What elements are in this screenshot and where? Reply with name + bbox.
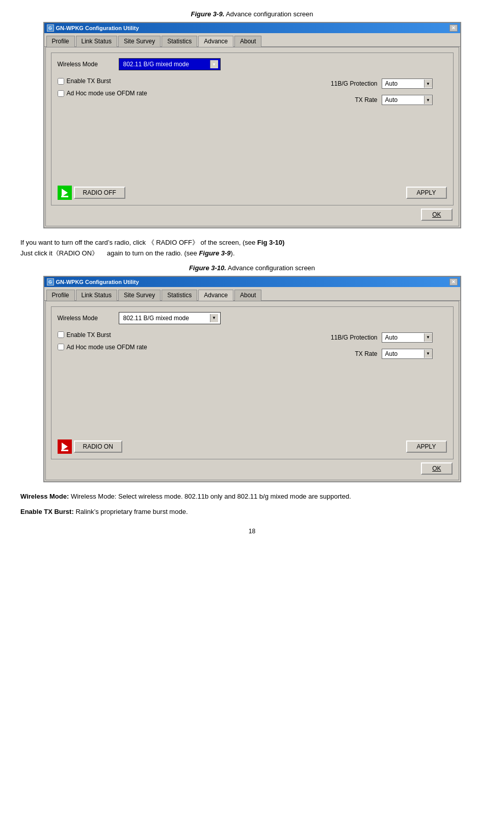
adhoc-checkbox-row-1: Ad Hoc mode use OFDM rate xyxy=(58,90,147,97)
svg-marker-2 xyxy=(62,443,68,451)
txrate-label-2: TX Rate xyxy=(322,350,378,357)
protection-value-1: Auto xyxy=(382,79,424,88)
ok-bar-2: OK xyxy=(51,462,454,475)
wireless-mode-arrow-1[interactable]: ▼ xyxy=(210,60,218,68)
tab-sitesurvey-2[interactable]: Site Survey xyxy=(118,290,161,301)
txrate-select-1[interactable]: Auto ▼ xyxy=(382,95,433,105)
wireless-mode-label-2: Wireless Mode xyxy=(58,315,119,322)
tab-linkstatus-1[interactable]: Link Status xyxy=(76,36,117,47)
enable-tx-label-1: Enable TX Burst xyxy=(67,77,111,85)
txrate-arrow-1[interactable]: ▼ xyxy=(424,96,432,104)
txrate-select-2[interactable]: Auto ▼ xyxy=(382,349,433,359)
tab-statistics-1[interactable]: Statistics xyxy=(162,36,197,47)
protection-label-1: 11B/G Protection xyxy=(322,80,378,87)
app-icon-1: G xyxy=(47,24,54,32)
svg-rect-1 xyxy=(61,196,68,197)
desc-paragraph-1: If you want to turn off the card’s radio… xyxy=(20,238,484,259)
wireless-mode-section-text: Wireless Mode: Select wireless mode. 802… xyxy=(71,493,351,500)
tab-about-2[interactable]: About xyxy=(234,290,261,301)
enable-tx-section-text: Ralink’s proprietary frame burst mode. xyxy=(75,508,188,515)
enable-tx-checkbox-row-1: Enable TX Burst xyxy=(58,77,111,85)
wireless-mode-row-1: Wireless Mode 802.11 B/G mixed mode ▼ xyxy=(58,58,447,70)
wireless-mode-row-2: Wireless Mode 802.11 B/G mixed mode ▼ xyxy=(58,312,447,324)
txrate-row-2: TX Rate Auto ▼ xyxy=(322,349,433,359)
svg-rect-3 xyxy=(61,450,68,451)
enable-tx-label-2: Enable TX Burst xyxy=(67,331,111,339)
enable-tx-checkbox-2[interactable] xyxy=(58,331,64,338)
protection-arrow-2[interactable]: ▼ xyxy=(424,333,432,342)
wireless-mode-select-2[interactable]: 802.11 B/G mixed mode ▼ xyxy=(119,312,221,324)
adhoc-label-2: Ad Hoc mode use OFDM rate xyxy=(67,344,147,351)
radio-icon-red-2 xyxy=(58,439,72,454)
adhoc-label-1: Ad Hoc mode use OFDM rate xyxy=(67,90,147,97)
wireless-mode-section-label: Wireless Mode: xyxy=(20,493,69,500)
desc-para2-suffix: ). xyxy=(231,249,235,257)
ok-button-1[interactable]: OK xyxy=(421,209,452,221)
tab-profile-1[interactable]: Profile xyxy=(46,36,75,47)
protection-label-2: 11B/G Protection xyxy=(322,334,378,341)
ok-bar-1: OK xyxy=(51,209,454,221)
enable-tx-checkbox-1[interactable] xyxy=(58,78,64,85)
tab-advance-2[interactable]: Advance xyxy=(198,290,233,301)
desc-wireless-mode: Wireless Mode: Wireless Mode: Select wir… xyxy=(20,491,484,502)
protection-select-1[interactable]: Auto ▼ xyxy=(382,79,433,89)
content-panel-1: Wireless Mode 802.11 B/G mixed mode ▼ En… xyxy=(51,53,454,205)
txrate-value-1: Auto xyxy=(382,95,424,105)
page-number: 18 xyxy=(20,528,484,535)
adhoc-checkbox-1[interactable] xyxy=(58,90,64,97)
adhoc-checkbox-2[interactable] xyxy=(58,344,64,350)
radio-icon-green-1 xyxy=(58,186,72,200)
tab-bar-2: Profile Link Status Site Survey Statisti… xyxy=(44,287,460,301)
tab-profile-2[interactable]: Profile xyxy=(46,290,75,301)
right-section-1: 11B/G Protection Auto ▼ TX Rate Auto ▼ xyxy=(322,79,433,105)
figure2-title: Figure 3-10. Advance configuration scree… xyxy=(20,264,484,272)
protection-row-1: 11B/G Protection Auto ▼ xyxy=(322,79,433,89)
radio-off-button-1[interactable]: RADIO OFF xyxy=(74,187,125,199)
tab-bar-1: Profile Link Status Site Survey Statisti… xyxy=(44,33,460,47)
close-button-2[interactable]: ✕ xyxy=(449,278,458,286)
apply-button-1[interactable]: APPLY xyxy=(406,187,447,199)
right-section-2: 11B/G Protection Auto ▼ TX Rate Auto ▼ xyxy=(322,332,433,359)
app-icon-2: G xyxy=(47,278,54,286)
close-button-1[interactable]: ✕ xyxy=(449,24,458,32)
radio-on-button-2[interactable]: RADIO ON xyxy=(74,441,122,453)
window2: G GN-WPKG Configuration Utility ✕ Profil… xyxy=(43,276,461,482)
protection-row-2: 11B/G Protection Auto ▼ xyxy=(322,332,433,343)
apply-button-2[interactable]: APPLY xyxy=(406,441,447,453)
desc-para1-prefix: If you want to turn off the card’s radio… xyxy=(20,239,257,246)
protection-arrow-1[interactable]: ▼ xyxy=(424,80,432,88)
txrate-label-1: TX Rate xyxy=(322,96,378,103)
adhoc-checkbox-row-2: Ad Hoc mode use OFDM rate xyxy=(58,344,147,351)
window1-body: Wireless Mode 802.11 B/G mixed mode ▼ En… xyxy=(45,47,459,226)
content-panel-2: Wireless Mode 802.11 B/G mixed mode ▼ En… xyxy=(51,306,454,459)
enable-tx-section-label: Enable TX Burst: xyxy=(20,508,74,515)
txrate-arrow-2[interactable]: ▼ xyxy=(424,350,432,358)
bottom-bar-1: RADIO OFF APPLY xyxy=(57,186,448,200)
title-bar-1: G GN-WPKG Configuration Utility ✕ xyxy=(44,23,460,33)
svg-marker-0 xyxy=(62,189,68,197)
tab-advance-1[interactable]: Advance xyxy=(198,36,233,47)
tab-sitesurvey-1[interactable]: Site Survey xyxy=(118,36,161,47)
title-bar-2: G GN-WPKG Configuration Utility ✕ xyxy=(44,277,460,287)
enable-tx-checkbox-row-2: Enable TX Burst xyxy=(58,331,111,339)
desc-para2-ref: Figure 3-9 xyxy=(199,249,230,257)
protection-select-2[interactable]: Auto ▼ xyxy=(382,332,433,343)
radio-group-1: RADIO OFF xyxy=(58,186,125,200)
figure1-title: Figure 3-9. Advance configuration screen xyxy=(20,10,484,18)
window2-title: GN-WPKG Configuration Utility xyxy=(56,279,139,285)
protection-value-2: Auto xyxy=(382,333,424,342)
window1: G GN-WPKG Configuration Utility ✕ Profil… xyxy=(43,22,461,228)
desc-enable-tx: Enable TX Burst: Ralink’s proprietary fr… xyxy=(20,507,484,517)
tab-statistics-2[interactable]: Statistics xyxy=(162,290,197,301)
tab-linkstatus-2[interactable]: Link Status xyxy=(76,290,117,301)
desc-para1-ref: Fig 3-10) xyxy=(257,239,284,246)
wireless-mode-arrow-2[interactable]: ▼ xyxy=(210,314,218,322)
txrate-value-2: Auto xyxy=(382,349,424,358)
ok-button-2[interactable]: OK xyxy=(421,462,452,475)
bottom-bar-2: RADIO ON APPLY xyxy=(57,439,448,454)
wireless-mode-select-1[interactable]: 802.11 B/G mixed mode ▼ xyxy=(119,58,221,70)
tab-about-1[interactable]: About xyxy=(234,36,261,47)
radio-group-2: RADIO ON xyxy=(58,439,122,454)
window1-title: GN-WPKG Configuration Utility xyxy=(56,25,139,31)
desc-para2-prefix: Just click it《RADIO ON》 again to turn on… xyxy=(20,249,199,257)
